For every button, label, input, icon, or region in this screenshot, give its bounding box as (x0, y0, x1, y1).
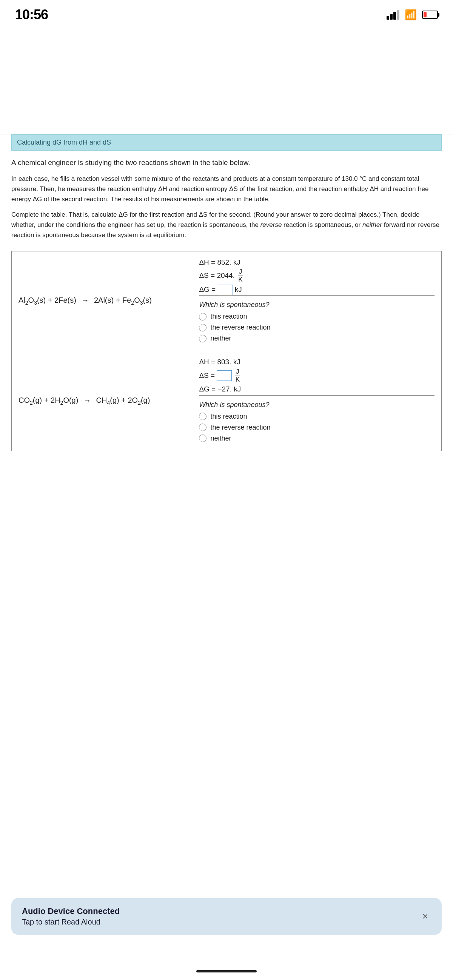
reaction2-dS-row: ΔS = J K (199, 368, 434, 384)
reaction1-spontaneous-title: Which is spontaneous? (199, 301, 434, 309)
reaction1-option-this[interactable]: this reaction (199, 313, 434, 320)
header-banner: Calculating dG from dH and dS (11, 134, 442, 151)
reaction2-dG: ΔG = −27. kJ (199, 383, 434, 395)
option-reverse-label-2: the reverse reaction (210, 423, 270, 431)
audio-toast-text: Audio Device Connected Tap to start Read… (22, 907, 120, 926)
main-content: Calculating dG from dH and dS A chemical… (0, 134, 453, 451)
audio-toast-title: Audio Device Connected (22, 907, 120, 916)
dS-fraction-1: J K (237, 268, 243, 284)
option-reverse-label-1: the reverse reaction (210, 323, 270, 331)
reaction2-option-reverse[interactable]: the reverse reaction (199, 423, 434, 431)
radio-reverse-2[interactable] (199, 423, 207, 431)
reaction1-option-neither[interactable]: neither (199, 334, 434, 342)
instructions-text: In each case, he fills a reaction vessel… (11, 173, 442, 205)
reaction2-option-this[interactable]: this reaction (199, 413, 434, 420)
reaction2-equation-cell: CO2(g) + 2H2O(g) → CH4(g) + 2O2(g) (12, 351, 192, 451)
reaction1-dS: ΔS = 2044. J K (199, 268, 434, 284)
battery-fill (424, 12, 427, 18)
reaction1-dH: ΔH = 852. kJ (199, 257, 434, 268)
option-neither-label-2: neither (210, 434, 231, 442)
intro-line1: A chemical engineer is studying the two … (11, 158, 442, 169)
reaction1-equation-cell: Al2O3(s) + 2Fe(s) → 2Al(s) + Fe2O3(s) (12, 251, 192, 351)
reaction1-data-cell: ΔH = 852. kJ ΔS = 2044. J K ΔG = kJ Whic… (192, 251, 442, 351)
reaction2-option-neither[interactable]: neither (199, 434, 434, 442)
wifi-icon: 📶 (405, 9, 417, 21)
reactions-table: Al2O3(s) + 2Fe(s) → 2Al(s) + Fe2O3(s) ΔH… (11, 251, 442, 451)
reaction1-spontaneous: Which is spontaneous? this reaction the … (199, 295, 434, 342)
reaction1-dG-row: ΔG = kJ (199, 284, 434, 295)
dS-fraction-2: J K (235, 368, 240, 384)
battery-icon (422, 11, 438, 19)
reaction2-dH: ΔH = 803. kJ (199, 356, 434, 368)
reaction2-dS-input[interactable] (217, 370, 232, 381)
status-time: 10:56 (15, 7, 48, 23)
radio-neither-1[interactable] (199, 335, 207, 342)
bottom-bar (196, 970, 257, 972)
radio-reverse-1[interactable] (199, 324, 207, 331)
reaction2-spontaneous-title: Which is spontaneous? (199, 401, 434, 409)
status-bar: 10:56 📶 (0, 0, 453, 26)
option-this-label-2: this reaction (210, 413, 247, 420)
reaction1-row: Al2O3(s) + 2Fe(s) → 2Al(s) + Fe2O3(s) ΔH… (12, 251, 442, 351)
audio-toast-subtitle: Tap to start Read Aloud (22, 918, 120, 926)
radio-neither-2[interactable] (199, 434, 207, 442)
signal-icon (386, 10, 399, 20)
audio-close-button[interactable]: × (420, 909, 431, 924)
status-icons: 📶 (386, 9, 438, 21)
radio-this-reaction-2[interactable] (199, 413, 207, 420)
reaction2-row: CO2(g) + 2H2O(g) → CH4(g) + 2O2(g) ΔH = … (12, 351, 442, 451)
reaction1-option-reverse[interactable]: the reverse reaction (199, 323, 434, 331)
blank-area (0, 28, 453, 134)
audio-toast[interactable]: Audio Device Connected Tap to start Read… (11, 898, 442, 935)
reaction1-dG-input[interactable] (218, 285, 233, 295)
reaction2-spontaneous: Which is spontaneous? this reaction the … (199, 395, 434, 442)
option-neither-label-1: neither (210, 334, 231, 342)
option-this-label-1: this reaction (210, 313, 247, 320)
reaction2-equation: CO2(g) + 2H2O(g) → CH4(g) + 2O2(g) (19, 396, 185, 406)
complete-text: Complete the table. That is, calculate Δ… (11, 210, 442, 240)
radio-this-reaction-1[interactable] (199, 313, 207, 320)
reaction1-equation: Al2O3(s) + 2Fe(s) → 2Al(s) + Fe2O3(s) (19, 296, 185, 306)
reaction2-data-cell: ΔH = 803. kJ ΔS = J K ΔG = −27. kJ Which… (192, 351, 442, 451)
banner-title: Calculating dG from dH and dS (17, 138, 111, 146)
